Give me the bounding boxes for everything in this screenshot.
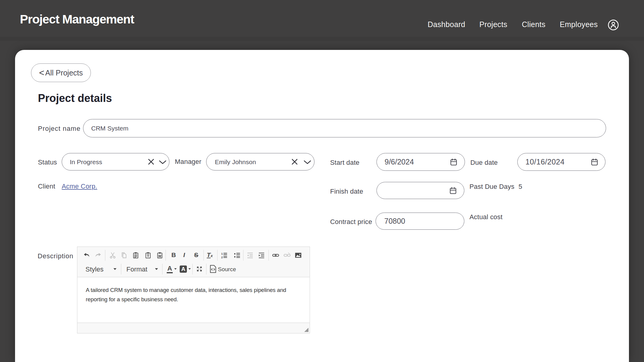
svg-text:2: 2 (221, 256, 223, 259)
svg-text:1: 1 (221, 252, 223, 255)
